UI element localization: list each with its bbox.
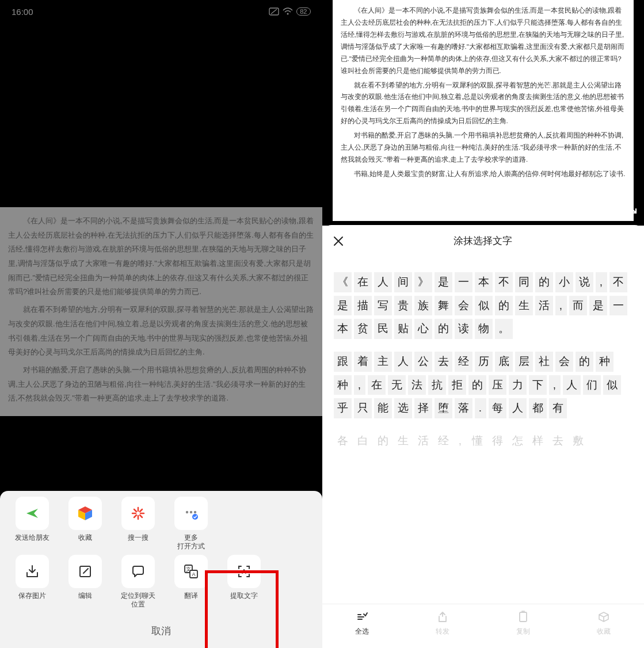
char-token[interactable]: 拒 — [448, 375, 466, 395]
close-icon[interactable] — [333, 235, 344, 247]
char-token[interactable]: 压 — [489, 375, 506, 395]
share-item-chat-locate[interactable]: 定位到聊天位置 — [113, 555, 163, 609]
char-token[interactable]: 族 — [414, 296, 432, 316]
char-token[interactable]: 的 — [435, 319, 452, 339]
char-token[interactable]: 似 — [603, 375, 621, 395]
char-token[interactable]: 小 — [555, 272, 573, 292]
char-token[interactable]: 贫 — [354, 319, 372, 339]
char-token[interactable]: 公 — [414, 352, 432, 372]
char-token[interactable]: 抗 — [428, 375, 446, 395]
char-token[interactable]: 都 — [529, 398, 547, 418]
char-token[interactable]: 的 — [495, 296, 513, 316]
share-item-favorite-cube[interactable]: 收藏 — [60, 497, 110, 551]
article-preview[interactable]: 《在人间》是一本不同的小说,不是描写贵族舞会似的生活,而是一本贫民贴心的读物,跟… — [0, 207, 322, 416]
char-token[interactable]: 法 — [408, 375, 426, 395]
char-token[interactable]: 层 — [515, 352, 533, 372]
char-token[interactable]: 着 — [354, 352, 372, 372]
char-token[interactable]: 是 — [589, 296, 607, 316]
char-token[interactable]: 民 — [374, 319, 392, 339]
char-token[interactable]: 是 — [435, 272, 452, 292]
char-token[interactable]: 的 — [576, 352, 593, 372]
char-token[interactable]: 的 — [374, 431, 392, 451]
char-token[interactable]: 人 — [394, 352, 412, 372]
char-token[interactable]: 不 — [609, 272, 627, 292]
char-token[interactable]: 舞 — [435, 296, 452, 316]
expand-icon[interactable] — [623, 200, 638, 215]
char-token[interactable]: 主 — [374, 352, 392, 372]
char-token[interactable]: 择 — [414, 398, 432, 418]
char-token[interactable]: 去 — [435, 352, 452, 372]
char-token[interactable]: 贴 — [394, 319, 412, 339]
image-preview-area[interactable]: 《在人间》是一本不同的小说,不是描写贵族舞会似的生活,而是一本贫民贴心的读物,跟… — [322, 0, 645, 226]
char-token[interactable]: 样 — [529, 431, 547, 451]
char-token[interactable]: 在 — [368, 375, 386, 395]
share-item-translate[interactable]: 文A翻译 — [166, 555, 216, 609]
char-token[interactable]: 人 — [509, 398, 527, 418]
char-token[interactable]: 生 — [515, 296, 533, 316]
char-token[interactable]: 跟 — [334, 352, 352, 372]
char-token[interactable]: , — [549, 375, 561, 395]
char-token[interactable]: 本 — [475, 272, 493, 292]
char-token[interactable]: 间 — [394, 272, 412, 292]
char-token[interactable]: 得 — [489, 431, 506, 451]
share-item-download[interactable]: 保存图片 — [7, 555, 58, 609]
char-token[interactable]: 的 — [468, 375, 486, 395]
char-token[interactable]: 。 — [495, 319, 513, 339]
char-token[interactable]: 在 — [354, 272, 372, 292]
char-token[interactable]: 堕 — [435, 398, 452, 418]
share-item-edit[interactable]: 编辑 — [60, 555, 110, 609]
char-token[interactable]: 无 — [388, 375, 406, 395]
bottom-item-select-all[interactable]: 全选 — [322, 610, 403, 636]
char-token[interactable]: 有 — [549, 398, 567, 418]
char-token[interactable]: , — [455, 431, 466, 451]
char-token[interactable]: 会 — [455, 296, 472, 316]
char-token[interactable]: 怎 — [509, 431, 527, 451]
char-token[interactable]: 生 — [394, 431, 412, 451]
char-token[interactable]: 种 — [334, 375, 352, 395]
char-token[interactable]: 》 — [414, 272, 432, 292]
char-token[interactable]: 乎 — [334, 398, 352, 418]
char-token[interactable]: 经 — [455, 352, 472, 372]
char-token[interactable]: 贵 — [394, 296, 412, 316]
char-token[interactable]: , — [596, 272, 607, 292]
char-token[interactable]: 每 — [489, 398, 506, 418]
char-token[interactable]: 不 — [495, 272, 513, 292]
char-token[interactable]: 活 — [414, 431, 432, 451]
char-token[interactable]: 会 — [555, 352, 573, 372]
char-token[interactable]: 而 — [569, 296, 587, 316]
char-token[interactable]: 的 — [535, 272, 553, 292]
char-token[interactable]: 似 — [475, 296, 493, 316]
share-item-search-spark[interactable]: 搜一搜 — [113, 497, 163, 551]
char-token[interactable]: 敷 — [569, 431, 587, 451]
char-token[interactable]: 去 — [549, 431, 567, 451]
char-token[interactable]: 力 — [509, 375, 527, 395]
char-token[interactable]: 下 — [529, 375, 547, 395]
char-token[interactable]: 《 — [334, 272, 352, 292]
char-token[interactable]: 人 — [374, 272, 392, 292]
char-token[interactable]: 懂 — [468, 431, 486, 451]
char-token[interactable]: 种 — [596, 352, 613, 372]
char-token[interactable]: 一 — [609, 296, 627, 316]
char-token[interactable]: 物 — [475, 319, 493, 339]
char-token[interactable]: 心 — [414, 319, 432, 339]
char-select-area[interactable]: 《在人间》是一本不同的小说,不是描写贵族舞会似的生活,而是一本贫民贴心的读物。 … — [322, 257, 645, 604]
char-token[interactable]: 选 — [394, 398, 412, 418]
char-token[interactable]: 读 — [455, 319, 472, 339]
char-token[interactable]: 同 — [515, 272, 533, 292]
share-item-extract-text[interactable]: A提取文字 — [219, 555, 269, 609]
char-token[interactable]: 本 — [334, 319, 352, 339]
char-token[interactable]: 白 — [354, 431, 372, 451]
char-token[interactable]: 能 — [374, 398, 392, 418]
char-token[interactable]: 活 — [535, 296, 553, 316]
char-token[interactable]: 历 — [475, 352, 493, 372]
char-token[interactable]: . — [475, 398, 486, 418]
char-token[interactable]: 只 — [354, 398, 372, 418]
char-token[interactable]: 社 — [535, 352, 553, 372]
char-token[interactable]: 一 — [455, 272, 472, 292]
char-token[interactable]: , — [555, 296, 567, 316]
char-token[interactable]: 各 — [334, 431, 352, 451]
char-token[interactable]: , — [354, 375, 365, 395]
cancel-button[interactable]: 取消 — [5, 614, 318, 638]
char-token[interactable]: 落 — [455, 398, 472, 418]
char-token[interactable]: 说 — [576, 272, 593, 292]
